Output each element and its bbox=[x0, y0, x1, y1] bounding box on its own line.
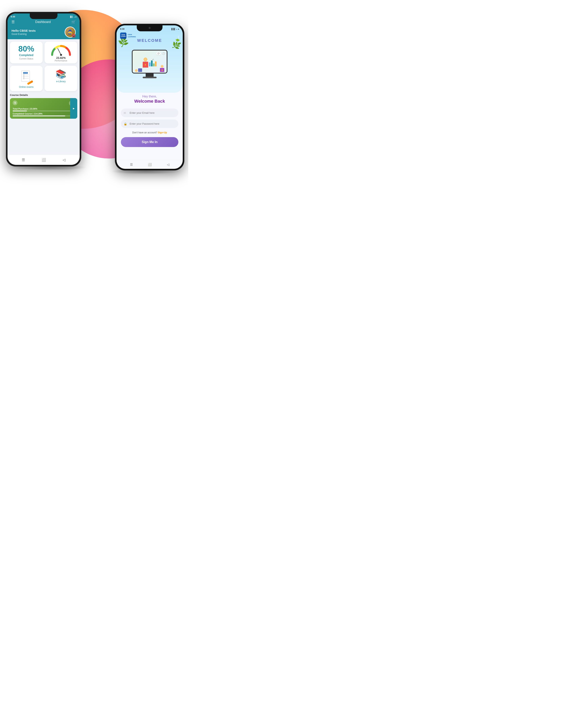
phone1-navbar: ☰ ⬜ ◁ bbox=[8, 155, 80, 165]
line1 bbox=[25, 75, 29, 75]
line3 bbox=[25, 78, 29, 79]
performance-card: 23.82% Performance bbox=[45, 42, 77, 63]
phone1-screen: 8:30 ▌▌ ⟁ ▮ ☰ Dashboard 🛒 Hello bbox=[8, 13, 80, 165]
phone2-nav-back[interactable]: ◁ bbox=[167, 163, 169, 166]
teacher-icon: ✋ bbox=[144, 64, 146, 66]
bar4 bbox=[155, 61, 157, 66]
phone1-status-icons: ▌▌ ⟁ ▮ bbox=[70, 16, 76, 18]
total-purchase-label: Total Purchase bbox=[13, 108, 28, 110]
teacher-body: ✋ bbox=[143, 62, 148, 68]
student-head bbox=[135, 69, 138, 72]
avatar-badge: 📷 bbox=[72, 34, 76, 37]
total-progress-bg bbox=[13, 111, 75, 111]
svg-line-0 bbox=[58, 48, 61, 55]
chart-area: 📊 bbox=[149, 58, 157, 66]
completed-progress-fill bbox=[13, 116, 65, 116]
app-logo: CBSELEARN CBSELEARNING bbox=[120, 32, 136, 39]
course-section-title: Course Details bbox=[10, 94, 77, 96]
exam-header-tag: EXAM bbox=[23, 72, 28, 74]
completed-course-label: Completed Course bbox=[13, 113, 32, 115]
phone1-statusbar: 8:30 ▌▌ ⟁ ▮ bbox=[8, 14, 80, 19]
teacher-head bbox=[144, 58, 147, 61]
course-card: $ 🎓 Total Purchase | 23.06% bbox=[10, 98, 77, 119]
navbar-back-icon[interactable]: ◁ bbox=[63, 158, 65, 162]
checkbox1 bbox=[23, 74, 24, 75]
menu-icon[interactable]: ☰ bbox=[11, 20, 15, 24]
exam-line2 bbox=[23, 76, 29, 77]
monitor-base bbox=[143, 77, 157, 78]
bar2 bbox=[151, 60, 153, 66]
student-body bbox=[138, 68, 142, 72]
monitor-screen: 💬 🕐 ✋ bbox=[133, 51, 167, 73]
lock-icon: 🔒 bbox=[124, 122, 127, 125]
svg-point-1 bbox=[60, 54, 62, 56]
dollar-badge: $ bbox=[13, 100, 17, 105]
scene: 8:30 ▌▌ ⟁ ▮ ☰ Dashboard 🛒 Hello bbox=[0, 0, 188, 218]
phone2-nav-home[interactable]: ⬜ bbox=[148, 163, 152, 166]
no-account-label: Don't have an account? bbox=[132, 131, 157, 134]
phone2-shell: 🌿 🌿 🍃 WELCOME 💬 bbox=[115, 24, 184, 170]
login-form: ✉ 🔒 Don't have an account? Sign-Up bbox=[117, 109, 183, 147]
email-field-wrapper: ✉ bbox=[121, 109, 178, 117]
phone1-greeting: Hello CBSE tests Good Evening 🧙 📷 bbox=[8, 27, 80, 38]
email-input[interactable] bbox=[121, 109, 178, 117]
phone1-time: 8:30 bbox=[11, 15, 15, 18]
hero-welcome-label: WELCOME bbox=[117, 38, 183, 43]
monitor-frame: 💬 🕐 ✋ bbox=[132, 50, 167, 74]
bar1 bbox=[149, 62, 151, 66]
completed-course-stat: Completed Course | 114.29% bbox=[13, 113, 75, 115]
total-purchase-value: 23.06% bbox=[30, 108, 37, 110]
total-purchase-stat: Total Purchase | 23.06% bbox=[13, 108, 75, 110]
completion-card: 80% Completed Current Status bbox=[10, 42, 43, 63]
computer-illustration: 💬 🕐 ✋ bbox=[132, 50, 167, 78]
phone2-nav-menu[interactable]: ☰ bbox=[130, 163, 133, 166]
online-exams-label: Online exams bbox=[19, 86, 33, 88]
phone2-login: 🌿 🌿 🍃 WELCOME 💬 bbox=[115, 24, 184, 170]
performance-label: Performance bbox=[55, 59, 67, 62]
total-progress-fill bbox=[13, 111, 27, 111]
hello-label: Hello bbox=[11, 29, 19, 32]
books-icon: 📚 bbox=[55, 70, 66, 78]
gauge-svg bbox=[50, 44, 72, 56]
library-card[interactable]: 📚 e-Library bbox=[45, 66, 77, 91]
completed-course-value: 114.29% bbox=[34, 113, 42, 115]
navbar-home-icon[interactable]: ⬜ bbox=[42, 158, 46, 162]
dashboard-title: Dashboard bbox=[35, 20, 51, 24]
current-status-label: Current Status bbox=[12, 57, 40, 60]
completion-percent: 80% bbox=[12, 45, 40, 53]
logo-text-box: CBSELEARN bbox=[121, 34, 126, 37]
online-exams-card[interactable]: EXAM bbox=[10, 66, 43, 91]
completion-label: Completed bbox=[12, 54, 40, 57]
phone2-status-icons: ▌▌▌ ⟁ ▮ bbox=[171, 28, 179, 30]
signin-button[interactable]: Sign Me In bbox=[121, 137, 178, 147]
logo-name-text: CBSELEARNING bbox=[128, 34, 136, 38]
cart-icon[interactable]: 🛒 bbox=[71, 20, 76, 24]
phone1-dashboard: 8:30 ▌▌ ⟁ ▮ ☰ Dashboard 🛒 Hello bbox=[6, 12, 81, 166]
clock-icon: 🕐 bbox=[162, 52, 165, 55]
phone1-content: 80% Completed Current Status bbox=[8, 39, 80, 155]
cards-grid-bottom: EXAM bbox=[10, 66, 77, 91]
navbar-menu-icon[interactable]: ☰ bbox=[22, 158, 25, 162]
exam-icon-wrapper: EXAM bbox=[19, 70, 33, 84]
phone1-shadow bbox=[12, 164, 87, 170]
bar3 bbox=[153, 63, 155, 66]
lady-figure: 👋 bbox=[160, 65, 164, 72]
lady-body: 👋 bbox=[160, 68, 164, 72]
teacher-figure: ✋ bbox=[143, 58, 148, 68]
password-input[interactable] bbox=[121, 119, 178, 128]
phone2-screen: 🌿 🌿 🍃 WELCOME 💬 bbox=[117, 25, 183, 169]
lady-head bbox=[161, 65, 163, 68]
performance-value: 23.82% bbox=[56, 56, 66, 59]
phone1-shell: 8:30 ▌▌ ⟁ ▮ ☰ Dashboard 🛒 Hello bbox=[6, 12, 81, 166]
checkbox2 bbox=[23, 76, 24, 77]
phone1-header: 8:30 ▌▌ ⟁ ▮ ☰ Dashboard 🛒 Hello bbox=[8, 13, 80, 39]
logo-box: CBSELEARN bbox=[120, 32, 126, 39]
signup-link[interactable]: Sign-Up bbox=[158, 131, 167, 134]
welcome-section: Hey there, Welcome Back bbox=[117, 95, 183, 104]
exam-line1 bbox=[23, 74, 29, 75]
completed-progress-bg bbox=[13, 116, 75, 116]
checkbox3 bbox=[23, 78, 24, 79]
blue-side-accent: ▶ bbox=[70, 98, 77, 119]
chat-bubble: 💬 bbox=[156, 52, 161, 55]
username-text: CBSE tests bbox=[20, 29, 36, 32]
